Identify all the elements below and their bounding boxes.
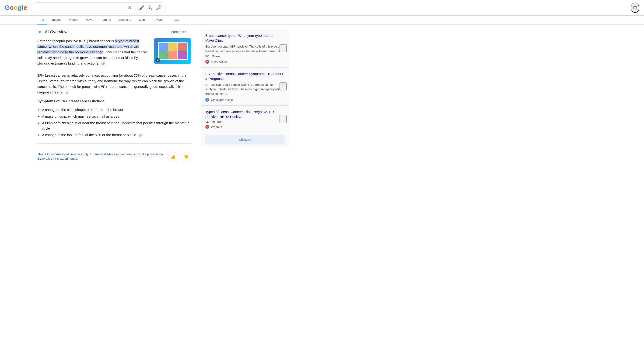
source-cleveland-meta: ✚ Cleveland Clinic — [205, 98, 285, 102]
clear-button[interactable]: ✕ — [127, 5, 132, 11]
tab-images[interactable]: Images — [48, 16, 65, 24]
left-panel: AI Overview Learn more ⋮ — [37, 29, 191, 166]
lens-icon: 🔍 — [147, 5, 153, 10]
search-nav: All Images Videos News Forums Shopping W… — [0, 16, 644, 25]
google-apps-button[interactable]: ⊞ — [631, 2, 639, 13]
ai-paragraph-2: ER+ breast cancer is relatively common, … — [37, 73, 191, 95]
right-panel: Breast cancer types: What your type mean… — [201, 29, 289, 166]
source-cleveland-snippet: ER-positive breast cancer (ER+) is a bre… — [205, 82, 285, 96]
ai-overview-title: AI Overview — [45, 30, 67, 34]
source-mayo-favicon: M — [205, 60, 209, 64]
source-webmd-more-button[interactable]: ⋮ — [280, 115, 287, 123]
feedback-buttons: 👍 👎 — [168, 152, 191, 162]
symptom-1: A change in the size, shape, or contour … — [42, 107, 191, 112]
link-icon-1[interactable]: 🔗 — [101, 61, 106, 66]
source-cleveland-favicon: ✚ — [205, 98, 209, 102]
source-mayo-title[interactable]: Breast cancer types: What your type mean… — [205, 33, 285, 43]
symptoms-list: A change in the size, shape, or contour … — [37, 107, 191, 138]
source-cleveland-domain: Cleveland Clinic — [211, 98, 233, 102]
thumbs-down-button[interactable]: 👎 — [181, 152, 191, 162]
tab-more[interactable]: ⋮ More — [149, 16, 166, 24]
tab-all[interactable]: All — [37, 16, 47, 24]
google-logo[interactable]: Google — [5, 4, 27, 12]
ai-footer: This is for informational purposes only.… — [37, 143, 191, 166]
symptom-2: A mass or lump, which may feel as small … — [42, 114, 191, 119]
source-cleveland-title[interactable]: ER-Positive Breast Cancer: Symptoms, Tre… — [205, 71, 285, 81]
tab-forums[interactable]: Forums — [97, 16, 114, 24]
clear-icon: ✕ — [128, 5, 131, 10]
divider — [135, 5, 135, 10]
symptoms-title: Symptoms of ER+ breast cancer include: — [37, 98, 191, 104]
link-icon-2[interactable]: 🔗 — [65, 90, 69, 95]
thumbs-up-button[interactable]: 👍 — [168, 152, 178, 162]
search-icon: 🔎 — [156, 5, 162, 10]
ai-overview-icon — [37, 29, 43, 34]
voice-search-button[interactable]: 🎤 — [139, 5, 145, 11]
tab-videos[interactable]: Videos — [66, 16, 81, 24]
source-cleveland-more-button[interactable]: ⋮ — [280, 82, 287, 90]
more-dots-icon: ⋮ — [152, 18, 155, 22]
source-webmd-meta: W WebMD — [205, 125, 285, 129]
source-cleveland[interactable]: ER-Positive Breast Cancer: Symptoms, Tre… — [201, 68, 289, 106]
play-icon: ▶ — [155, 58, 160, 62]
disclaimer: This is for informational purposes only.… — [37, 152, 168, 161]
main-content: AI Overview Learn more ⋮ — [0, 25, 644, 171]
link-icon-3[interactable]: 🔗 — [138, 133, 143, 138]
thumbs-up-icon: 👍 — [170, 154, 176, 160]
source-mayo-snippet: Estrogen receptor (ER) positive. The cel… — [205, 44, 285, 58]
ai-learn-more[interactable]: Learn more ⋮ — [169, 30, 191, 34]
source-mayo-more-button[interactable]: ⋮ — [280, 44, 287, 52]
tab-web[interactable]: Web — [135, 16, 148, 24]
source-webmd-date: Mar 19, 2023 — [205, 120, 285, 124]
search-submit-button[interactable]: 🔎 — [155, 4, 162, 11]
symptom-3: A lump or thickening in or near the brea… — [42, 120, 191, 131]
source-webmd[interactable]: Types of Breast Cancer: Triple Negative,… — [201, 106, 289, 132]
header: Google what is er positive breast cancer… — [0, 0, 644, 16]
mic-icon: 🎤 — [139, 5, 144, 10]
symptom-4: A change in the look or feel of the skin… — [42, 132, 191, 138]
source-mayo-domain: Mayo Clinic — [211, 60, 227, 64]
feedback-row: This is for informational purposes only.… — [37, 146, 191, 166]
search-input[interactable]: what is er positive breast cancer — [35, 6, 125, 10]
lens-search-button[interactable]: 🔍 — [147, 5, 153, 11]
thumbs-down-icon: 👎 — [184, 154, 189, 160]
show-all-button[interactable]: Show all — [205, 135, 285, 144]
ai-content: ▶ Estrogen receptor positive (ER+) breas… — [37, 38, 191, 138]
tab-shopping[interactable]: Shopping — [115, 16, 134, 24]
ai-thumbnail[interactable]: ▶ — [154, 38, 191, 64]
source-webmd-favicon: W — [205, 125, 209, 129]
source-webmd-title[interactable]: Types of Breast Cancer: Triple Negative,… — [205, 109, 285, 119]
source-webmd-domain: WebMD — [211, 125, 222, 129]
divider — [37, 143, 191, 144]
more-options-icon[interactable]: ⋮ — [188, 30, 191, 34]
tab-news[interactable]: News — [82, 16, 97, 24]
header-right: ⊞ — [631, 2, 639, 13]
search-bar: what is er positive breast cancer ✕ 🎤 🔍 … — [31, 2, 166, 13]
tools-button[interactable]: Tools — [169, 16, 182, 24]
source-mayo[interactable]: Breast cancer types: What your type mean… — [201, 29, 289, 68]
source-mayo-meta: M Mayo Clinic — [205, 60, 285, 64]
ai-overview-header: AI Overview Learn more ⋮ — [37, 29, 191, 34]
sources-card: Breast cancer types: What your type mean… — [201, 29, 289, 147]
